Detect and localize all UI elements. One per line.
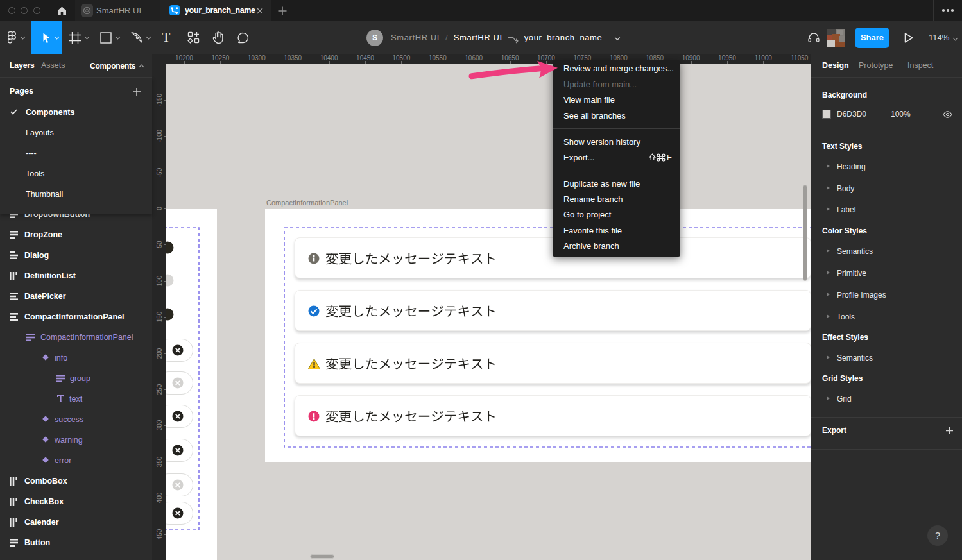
svg-text:E: E: [667, 153, 672, 162]
